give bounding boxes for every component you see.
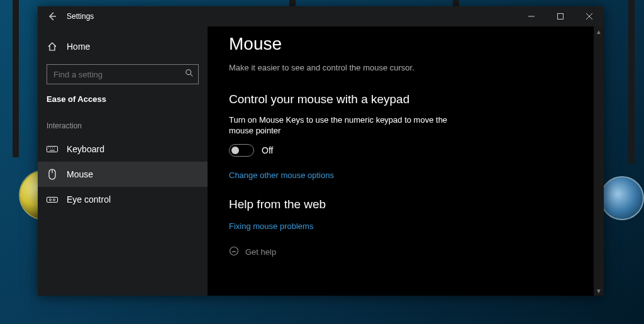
eye-control-icon: [47, 195, 58, 204]
scrollbar[interactable]: ▲ ▼: [594, 26, 604, 296]
mouse-icon: [47, 169, 58, 180]
page-subtitle: Make it easier to see and control the mo…: [229, 63, 582, 72]
sidebar-item-label: Keyboard: [67, 144, 104, 154]
sidebar-home-label: Home: [67, 42, 90, 52]
sidebar: Home Ease of Access Interaction Keyboard: [38, 26, 208, 296]
minimize-button[interactable]: [517, 6, 546, 26]
titlebar: Settings: [38, 6, 604, 26]
change-mouse-options-link[interactable]: Change other mouse options: [229, 170, 334, 180]
sidebar-group-label: Ease of Access: [38, 94, 208, 104]
maximize-button[interactable]: [546, 6, 575, 26]
get-help-row[interactable]: Get help: [229, 246, 582, 258]
toggle-knob: [231, 147, 239, 154]
maximize-icon: [557, 13, 564, 20]
content-pane: Mouse Make it easier to see and control …: [208, 26, 604, 296]
svg-rect-14: [47, 198, 58, 203]
search-input[interactable]: [47, 64, 199, 84]
sidebar-item-eye-control[interactable]: Eye control: [38, 187, 208, 212]
close-icon: [586, 13, 592, 20]
close-button[interactable]: [575, 6, 604, 26]
toggle-state-label: Off: [262, 145, 273, 155]
back-arrow-icon: [47, 11, 57, 21]
page-title: Mouse: [229, 34, 582, 54]
svg-point-16: [53, 199, 55, 201]
sidebar-item-label: Mouse: [67, 169, 93, 179]
svg-point-15: [50, 199, 52, 201]
scroll-up-icon: ▲: [594, 26, 604, 36]
keyboard-icon: [47, 145, 58, 154]
mouse-keys-toggle[interactable]: [229, 144, 254, 157]
home-icon: [47, 42, 58, 52]
sidebar-item-label: Eye control: [67, 194, 111, 204]
window-controls: [517, 6, 604, 26]
sidebar-home[interactable]: Home: [38, 34, 208, 59]
back-button[interactable]: [38, 6, 67, 26]
scroll-down-icon: ▼: [594, 286, 604, 296]
svg-rect-6: [47, 147, 58, 152]
section-heading-keypad: Control your mouse with a keypad: [229, 92, 582, 106]
get-help-icon: [229, 246, 239, 258]
get-help-label: Get help: [245, 247, 276, 257]
settings-window: Settings Home: [38, 6, 604, 296]
fixing-mouse-problems-link[interactable]: Fixing mouse problems: [229, 221, 313, 231]
section-heading-help: Help from the web: [229, 198, 582, 211]
minimize-icon: [528, 13, 535, 20]
search-icon: [185, 69, 194, 80]
sidebar-item-keyboard[interactable]: Keyboard: [38, 137, 208, 162]
svg-line-5: [191, 74, 193, 77]
sidebar-section-label: Interaction: [38, 121, 208, 130]
svg-rect-1: [558, 14, 564, 20]
svg-point-4: [186, 70, 191, 75]
mouse-keys-description: Turn on Mouse Keys to use the numeric ke…: [229, 115, 455, 137]
sidebar-item-mouse[interactable]: Mouse: [38, 162, 208, 187]
search-wrap: [47, 64, 199, 84]
window-title: Settings: [67, 12, 94, 21]
mouse-keys-toggle-row: Off: [229, 144, 582, 157]
